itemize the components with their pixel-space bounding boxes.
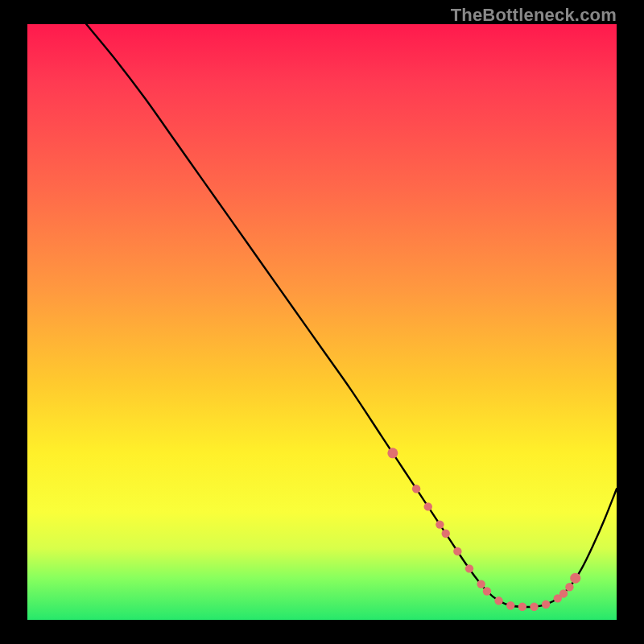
curve-markers (387, 448, 580, 611)
chart-svg (27, 24, 617, 620)
marker-dot (506, 601, 514, 609)
marker-dot (494, 597, 502, 605)
marker-dot (530, 603, 538, 611)
marker-dot (424, 502, 432, 510)
marker-dot (453, 547, 461, 555)
marker-dot (483, 587, 491, 595)
marker-dot (477, 580, 485, 588)
marker-dot (570, 573, 580, 584)
watermark-text: TheBottleneck.com (451, 5, 617, 26)
marker-dot (518, 603, 526, 611)
marker-dot (412, 485, 420, 493)
marker-dot (442, 530, 450, 538)
marker-dot (436, 520, 444, 528)
marker-dot (387, 448, 398, 458)
marker-dot (465, 564, 473, 572)
marker-dot (542, 601, 550, 609)
chart-frame: TheBottleneck.com (0, 0, 644, 644)
plot-area (27, 24, 617, 620)
marker-dot (565, 583, 573, 591)
marker-dot (559, 589, 568, 597)
curve-line (86, 24, 617, 607)
